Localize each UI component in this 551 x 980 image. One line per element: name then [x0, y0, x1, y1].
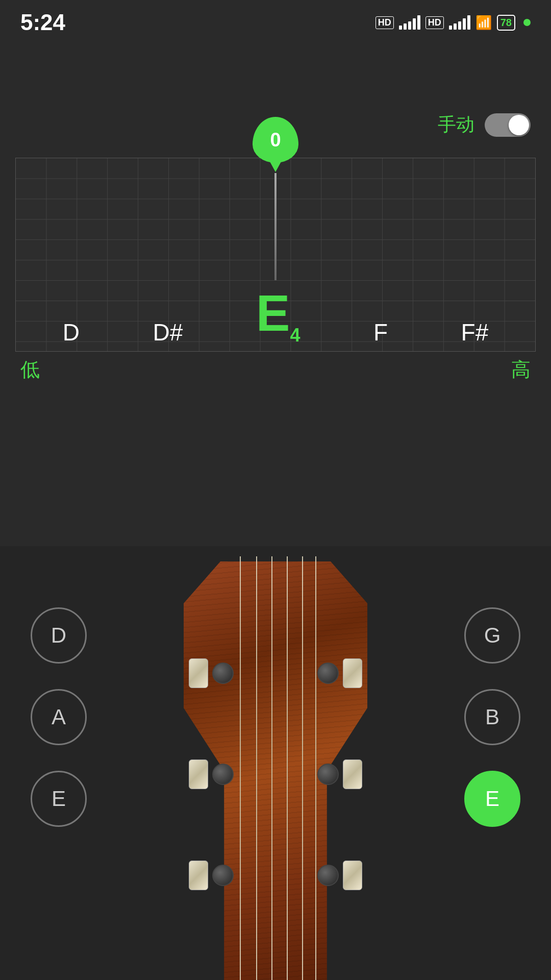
string-6 — [315, 556, 316, 980]
string-button-E-high-label: E — [485, 787, 499, 811]
peg-left-3 — [189, 861, 234, 890]
wifi-icon: 📶 — [475, 15, 492, 31]
note-labels-row: D D# E4 F F# — [16, 284, 535, 346]
pitch-labels: 低 高 — [0, 352, 551, 388]
string-5 — [302, 556, 303, 980]
string-4 — [287, 556, 288, 980]
charging-dot — [523, 19, 531, 26]
string-button-A-label: A — [52, 705, 66, 729]
guitar-area: D A E G B E — [0, 546, 551, 980]
signal-bars-2 — [449, 15, 470, 30]
machine-heads-left — [189, 658, 234, 890]
peg-knob-right-2 — [343, 760, 362, 789]
string-button-E-low-label: E — [52, 787, 66, 811]
string-button-B-label: B — [485, 705, 499, 729]
hd-label-1: HD — [375, 16, 394, 29]
needle-line — [274, 173, 277, 280]
hd-label-2: HD — [425, 16, 444, 29]
needle-bubble: 0 — [253, 117, 298, 163]
peg-knob-left-3 — [189, 861, 208, 890]
peg-left-1 — [189, 658, 234, 688]
note-F: F — [373, 318, 388, 346]
peg-right-1 — [317, 658, 362, 688]
string-button-A[interactable]: A — [31, 689, 87, 745]
string-button-B[interactable]: B — [464, 689, 520, 745]
string-1 — [240, 556, 241, 980]
low-label: 低 — [20, 357, 40, 383]
note-E-active: E4 — [256, 284, 300, 346]
note-D: D — [63, 318, 80, 346]
status-time: 5:24 — [20, 10, 65, 35]
string-button-E-low[interactable]: E — [31, 771, 87, 827]
string-button-D[interactable]: D — [31, 607, 87, 664]
string-button-E-high[interactable]: E — [464, 771, 520, 827]
machine-heads-right — [317, 658, 362, 890]
string-button-G[interactable]: G — [464, 607, 520, 664]
string-button-D-label: D — [51, 623, 66, 648]
string-2 — [256, 556, 257, 980]
note-Fsharp: F# — [461, 318, 489, 346]
note-Dsharp: D# — [153, 318, 183, 346]
peg-right-3 — [317, 861, 362, 890]
string-3 — [271, 556, 272, 980]
needle-value: 0 — [270, 129, 281, 151]
peg-knob-left-2 — [189, 760, 208, 789]
signal-bars-1 — [399, 15, 420, 30]
tuner-area: 0 — [15, 158, 536, 352]
guitar-strings — [230, 556, 321, 980]
note-octave: 4 — [290, 325, 300, 346]
battery-level: 78 — [500, 17, 512, 29]
peg-knob-right-3 — [343, 861, 362, 890]
string-button-G-label: G — [484, 623, 501, 648]
needle-indicator: 0 — [253, 117, 298, 280]
guitar-headstock-container — [168, 556, 383, 980]
battery-indicator: 78 — [497, 15, 515, 31]
peg-left-2 — [189, 760, 234, 789]
high-label: 高 — [511, 357, 531, 383]
peg-right-2 — [317, 760, 362, 789]
manual-toggle-switch[interactable] — [485, 113, 531, 137]
peg-knob-right-1 — [343, 658, 362, 688]
manual-label: 手动 — [438, 112, 474, 137]
toggle-knob — [509, 115, 529, 135]
status-icons: HD HD 📶 78 — [375, 15, 531, 31]
status-bar: 5:24 HD HD 📶 78 — [0, 0, 551, 41]
peg-knob-left-1 — [189, 658, 208, 688]
